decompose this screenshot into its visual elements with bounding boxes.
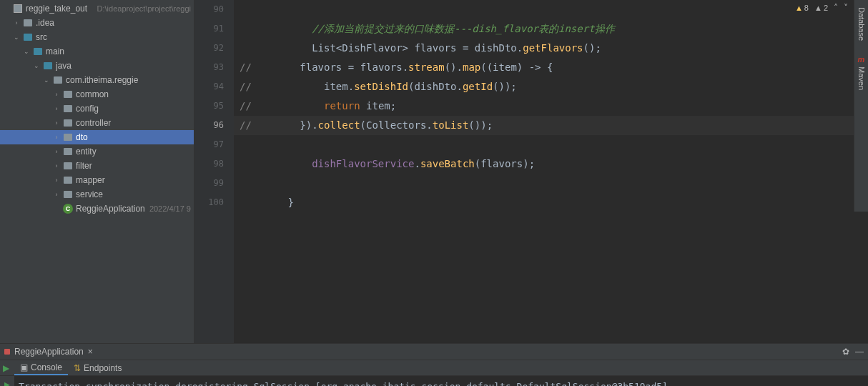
tree-item-reggieapplication[interactable]: ReggieApplication2022/4/17 9 [0, 202, 194, 216]
line-number[interactable]: 96 [194, 116, 224, 135]
tree-item-src[interactable]: ⌄src [0, 30, 194, 44]
inspection-widget[interactable]: ▲8 ▲2 ˄ ˅ [795, 3, 848, 13]
line-number[interactable]: 100 [194, 193, 224, 212]
pkg-icon [62, 146, 74, 157]
tree-arrow-icon[interactable]: › [13, 19, 20, 26]
code-area[interactable]: //添加当前提交过来的口味数据---dish_flavor表的insert操作 … [234, 0, 868, 343]
prev-highlight-icon[interactable]: ˄ [834, 3, 838, 13]
run-config-title: ReggieApplication [14, 347, 84, 357]
tree-arrow-icon[interactable]: ⌄ [43, 76, 50, 84]
tree-arrow-icon[interactable]: › [53, 134, 60, 141]
tree-label: service [76, 189, 191, 199]
pkg-icon [62, 89, 74, 100]
tree-item-filter[interactable]: ›filter [0, 159, 194, 173]
line-number[interactable]: 94 [194, 77, 224, 96]
line-number[interactable]: 92 [194, 39, 224, 58]
weak-warning-count: 2 [824, 4, 828, 12]
code-line[interactable]: List<DishFlavor> flavors = dishDto.getFl… [234, 39, 868, 58]
cls-icon [62, 203, 74, 214]
code-line[interactable]: //添加当前提交过来的口味数据---dish_flavor表的insert操作 [234, 19, 868, 39]
weak-warning-icon: ▲ [814, 4, 822, 12]
tree-item-reggie-take-out[interactable]: reggie_take_outD:\ideaproject\project\re… [0, 1, 194, 16]
module-icon [12, 3, 24, 14]
stop-icon[interactable] [4, 349, 10, 355]
pkg-icon [62, 132, 74, 143]
tree-item-com-itheima-reggie[interactable]: ⌄com.itheima.reggie [0, 73, 194, 87]
code-line[interactable] [234, 0, 868, 19]
database-tool-tab[interactable]: Database [856, 0, 867, 48]
tree-item-dto[interactable]: ›dto [0, 130, 194, 144]
tree-label: src [36, 32, 191, 42]
code-line[interactable]: dishFlavorService.saveBatch(flavors); [234, 154, 868, 174]
folder-icon [22, 17, 34, 29]
tree-arrow-icon[interactable]: › [53, 148, 60, 155]
next-highlight-icon[interactable]: ˅ [844, 3, 848, 13]
code-line[interactable]: // }).collect(Collectors.toList()); [234, 116, 868, 135]
tree-arrow-icon[interactable]: › [53, 177, 60, 184]
code-line[interactable] [234, 135, 868, 154]
run-icon[interactable]: ▶ [0, 376, 14, 386]
minimize-icon[interactable]: — [855, 347, 864, 357]
editor[interactable]: 90919293949596979899100 //添加当前提交过来的口味数据-… [194, 0, 868, 343]
console-output[interactable]: Transaction synchronization deregisterin… [14, 376, 868, 386]
line-number[interactable]: 99 [194, 174, 224, 193]
code-line[interactable]: // item.setDishId(dishDto.getId()); [234, 77, 868, 96]
tree-label: main [46, 46, 191, 56]
line-number[interactable]: 91 [194, 19, 224, 39]
tree-label: reggie_take_out [26, 4, 93, 14]
tree-label: common [76, 89, 191, 99]
tree-label: java [56, 61, 191, 71]
tree-arrow-icon[interactable]: › [53, 105, 60, 112]
code-line[interactable]: // flavors = flavors.stream().map((item)… [234, 58, 868, 77]
tree-arrow-icon[interactable]: ⌄ [33, 62, 40, 69]
tree-label: controller [76, 118, 191, 128]
tree-label: .idea [36, 18, 191, 28]
tree-item-entity[interactable]: ›entity [0, 144, 194, 159]
tree-item-main[interactable]: ⌄main [0, 44, 194, 59]
tree-label: mapper [76, 175, 191, 185]
tab-endpoints[interactable]: ⇅Endpoints [68, 360, 127, 375]
tree-item-config[interactable]: ›config [0, 102, 194, 116]
line-number[interactable]: 93 [194, 58, 224, 77]
tree-arrow-icon[interactable]: › [53, 91, 60, 98]
tree-label: filter [76, 161, 191, 171]
pkg-icon [62, 117, 74, 129]
tree-label: entity [76, 147, 191, 157]
tab-console[interactable]: ▣Console [14, 360, 68, 375]
pkg-icon [62, 103, 74, 114]
tree-label: com.itheima.reggie [66, 75, 191, 85]
tree-arrow-icon[interactable]: › [53, 162, 60, 169]
pkg-icon [62, 189, 74, 200]
console-line: Transaction synchronization deregisterin… [19, 379, 864, 386]
code-line[interactable] [234, 174, 868, 193]
warning-count: 8 [804, 4, 809, 12]
src-icon [42, 60, 54, 71]
tree-arrow-icon[interactable]: ⌄ [13, 34, 20, 41]
line-number[interactable]: 90 [194, 0, 224, 19]
tree-item-service[interactable]: ›service [0, 187, 194, 202]
line-gutter: 90919293949596979899100 [194, 0, 234, 343]
tree-arrow-icon[interactable]: ⌄ [23, 48, 30, 55]
gear-icon[interactable]: ✿ [842, 347, 849, 357]
tree-item--idea[interactable]: ›.idea [0, 16, 194, 30]
code-line[interactable]: } [234, 193, 868, 212]
rerun-icon[interactable]: ▶ [3, 363, 11, 373]
tree-arrow-icon[interactable]: › [53, 191, 60, 198]
maven-tool-tab[interactable]: mMaven [856, 48, 867, 97]
code-line[interactable]: // return item; [234, 96, 868, 116]
tree-item-java[interactable]: ⌄java [0, 59, 194, 73]
pkg-icon [62, 174, 74, 186]
close-icon[interactable]: × [88, 347, 93, 357]
tree-item-controller[interactable]: ›controller [0, 116, 194, 130]
pkg-icon [62, 160, 74, 172]
pkg-icon [52, 74, 64, 86]
line-number[interactable]: 95 [194, 96, 224, 116]
console-toolbar: ▶ ⇩ ⋮ … [0, 376, 14, 386]
run-tool-window: ReggieApplication × ✿ — ▶ ▣Console ⇅Endp… [0, 343, 868, 386]
tree-item-mapper[interactable]: ›mapper [0, 173, 194, 187]
line-number[interactable]: 98 [194, 154, 224, 174]
tree-item-common[interactable]: ›common [0, 87, 194, 102]
line-number[interactable]: 97 [194, 135, 224, 154]
tree-arrow-icon[interactable]: › [53, 119, 60, 127]
project-tree-panel[interactable]: reggie_take_outD:\ideaproject\project\re… [0, 0, 194, 343]
